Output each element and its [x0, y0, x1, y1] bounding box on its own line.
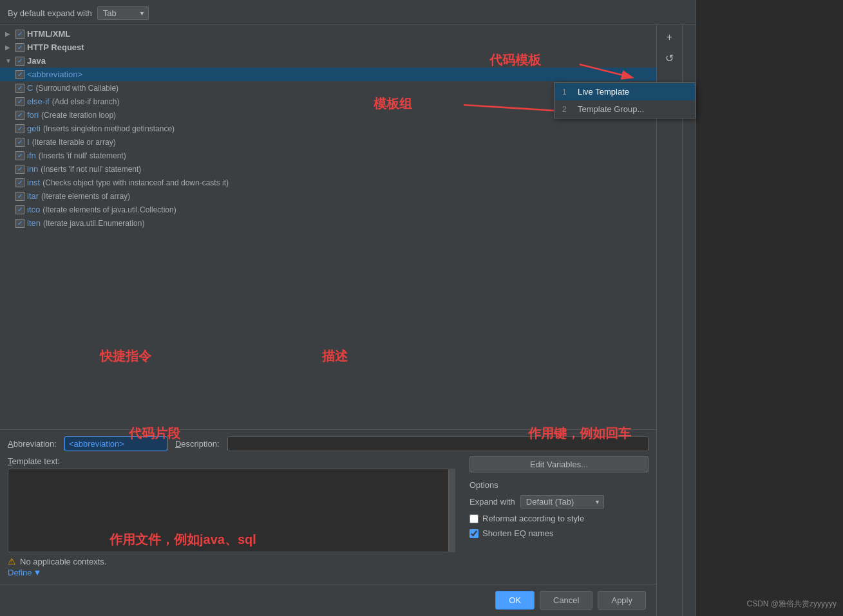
shorten-eq-row: Shorten EQ names	[469, 528, 649, 538]
checkbox-fori[interactable]	[15, 111, 24, 120]
ok-button[interactable]: OK	[495, 591, 535, 610]
chevron-down-icon: ▼	[5, 57, 13, 64]
tree-item-inst[interactable]: inst (Checks object type with instanceof…	[0, 176, 656, 189]
checkbox-ifn[interactable]	[15, 151, 24, 160]
abbreviation-input[interactable]	[64, 436, 167, 451]
menu-item-live-template[interactable]: 1 Live Template	[554, 83, 695, 100]
add-button[interactable]: +	[661, 28, 679, 46]
tree-group-httprequest[interactable]: ▶ HTTP Request	[0, 41, 656, 54]
tree-item-abbreviation[interactable]: <abbreviation>	[0, 68, 656, 81]
shorten-eq-checkbox[interactable]	[469, 529, 478, 538]
undo-button[interactable]: ↺	[661, 49, 679, 67]
editor-section: Abbreviation: Description: Template text…	[0, 429, 656, 584]
menu-item-template-group[interactable]: 2 Template Group...	[554, 100, 695, 118]
checkbox-inst[interactable]	[15, 178, 24, 187]
tree-item-itco[interactable]: itco (Iterate elements of java.util.Coll…	[0, 203, 656, 216]
right-options: Edit Variables... Options Expand with De…	[463, 456, 649, 538]
template-scrollbar[interactable]	[449, 469, 455, 552]
side-panel: CSDN @雅俗共赏zyyyyyy	[696, 0, 843, 616]
checkbox-htmlxml[interactable]	[15, 30, 24, 39]
abbreviation-label: Abbreviation:	[8, 439, 57, 449]
watermark: CSDN @雅俗共赏zyyyyyy	[746, 599, 837, 610]
template-text-label: Template text:	[8, 456, 455, 466]
menu-num-1: 1	[562, 88, 573, 97]
footer: OK Cancel Apply	[0, 584, 656, 616]
expand-label-top: By default expand with	[8, 8, 92, 18]
template-text-input[interactable]	[8, 469, 449, 552]
expand-with-dropdown[interactable]: Default (Tab)	[520, 495, 604, 509]
checkbox-C[interactable]	[15, 84, 24, 93]
menu-label-live-template: Live Template	[578, 87, 629, 97]
edit-variables-button[interactable]: Edit Variables...	[469, 456, 649, 472]
tree-group-java[interactable]: ▼ Java	[0, 54, 656, 68]
template-text-row: Template text: Edit Variables... Options…	[8, 456, 649, 552]
tree-item-geti[interactable]: geti (Inserts singleton method getInstan…	[0, 122, 656, 135]
define-chevron-icon: ▼	[33, 568, 42, 577]
description-label: Description:	[175, 439, 220, 449]
checkbox-httprequest[interactable]	[15, 43, 24, 52]
chevron-right-icon: ▶	[5, 30, 13, 37]
settings-dialog: By default expand with Tab ▶ HTML/XML ▶ …	[0, 0, 696, 616]
expand-with-row: Expand with Default (Tab)	[469, 495, 649, 509]
tree-item-inn[interactable]: inn (Inserts 'if not null' statement)	[0, 162, 656, 176]
checkbox-I[interactable]	[15, 138, 24, 147]
reformat-checkbox[interactable]	[469, 514, 478, 523]
chevron-right-icon: ▶	[5, 44, 13, 51]
context-warning-text: No applicable contexts.	[20, 557, 106, 566]
tree-item-I[interactable]: I (Iterate Iterable or array)	[0, 135, 656, 149]
cancel-button[interactable]: Cancel	[540, 591, 592, 610]
checkbox-else-if[interactable]	[15, 97, 24, 106]
expand-with-label: Expand with	[469, 497, 515, 507]
checkbox-itco[interactable]	[15, 205, 24, 214]
tree-item-iten[interactable]: iten (Iterate java.util.Enumeration)	[0, 216, 656, 230]
description-input[interactable]	[227, 436, 649, 451]
add-dropdown-menu: 1 Live Template 2 Template Group...	[554, 82, 696, 118]
menu-num-2: 2	[562, 105, 573, 114]
warning-icon: ⚠	[8, 556, 16, 566]
context-warning: ⚠ No applicable contexts.	[8, 556, 649, 566]
top-section: By default expand with Tab	[0, 0, 696, 24]
shorten-eq-label: Shorten EQ names	[482, 528, 554, 538]
checkbox-itar[interactable]	[15, 192, 24, 201]
checkbox-iten[interactable]	[15, 219, 24, 228]
checkbox-geti[interactable]	[15, 124, 24, 133]
checkbox-inn[interactable]	[15, 165, 24, 174]
tree-item-itar[interactable]: itar (Iterate elements of array)	[0, 189, 656, 203]
tree-group-htmlxml[interactable]: ▶ HTML/XML	[0, 27, 656, 41]
menu-label-template-group: Template Group...	[578, 104, 644, 114]
default-expand-dropdown[interactable]: Tab	[97, 6, 149, 20]
checkbox-java[interactable]	[15, 57, 24, 66]
options-label: Options	[469, 480, 649, 490]
apply-button[interactable]: Apply	[598, 591, 646, 610]
reformat-label: Reformat according to style	[482, 514, 584, 523]
reformat-row: Reformat according to style	[469, 514, 649, 523]
define-label: Define	[8, 568, 32, 577]
tree-item-ifn[interactable]: ifn (Inserts 'if null' statement)	[0, 149, 656, 162]
abbr-desc-row: Abbreviation: Description:	[8, 436, 649, 451]
define-link[interactable]: Define ▼	[8, 568, 649, 577]
checkbox-abbreviation[interactable]	[15, 70, 24, 79]
